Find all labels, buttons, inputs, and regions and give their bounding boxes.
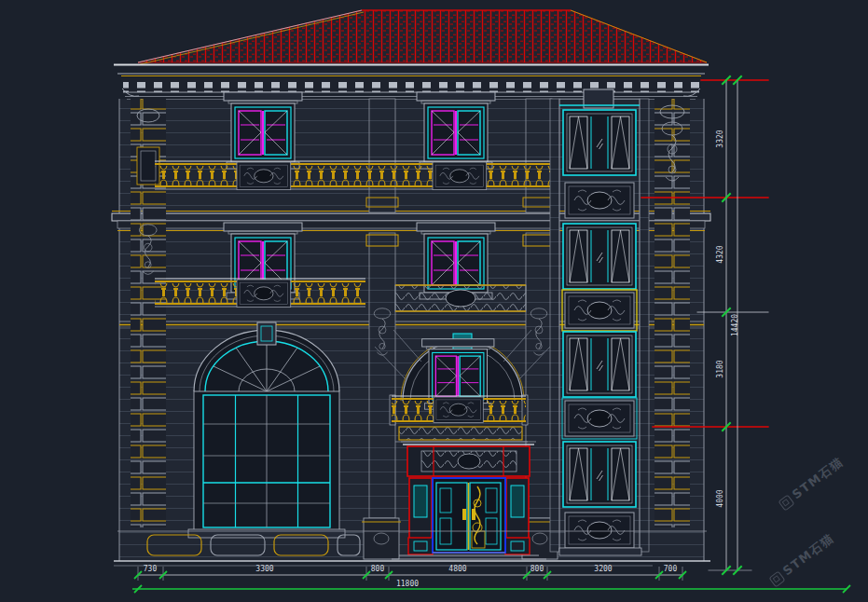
door-handle [472,509,475,520]
arched-window [188,322,345,538]
drawing-canvas[interactable]: 3320 4320 3180 4000 14420 730 3300 800 4… [0,0,868,602]
main-cornice [114,65,709,100]
dim-bottom-seg-7: 700 [664,565,678,573]
roof-tile-hatch [138,10,707,62]
dim-right-seg-2: 4320 [716,245,724,263]
dim-bottom-seg-1: 730 [144,565,158,573]
dim-bottom-seg-3: 800 [371,565,385,573]
balcony-balustrade [390,395,528,442]
window-floor3-left [224,92,302,169]
balustrade-panel [237,162,291,190]
stair-window-4 [563,442,636,507]
dim-bottom-total: 11800 [396,580,419,588]
entry-door [401,442,536,554]
bottom-dimension-chain: 730 3300 800 4800 800 3200 700 11800 [132,565,850,593]
stair-panel-1 [565,183,634,218]
balcony-panel [434,397,483,422]
stair-window-1 [563,110,636,175]
pilaster-pedestal-left [364,518,399,559]
stair-window-2 [563,224,636,289]
door-handle [462,509,466,520]
central-frieze [395,285,526,311]
stair-window-bay [550,89,649,555]
balustrade-panel [433,162,487,190]
dim-bottom-seg-4: 4800 [448,565,466,573]
hip-roof [138,10,707,64]
dim-right-seg-4: 4000 [716,489,724,507]
stair-panel-2 [565,293,634,328]
dim-right-seg-3: 3180 [716,360,724,377]
balcony-frieze [399,427,522,440]
window-floor3-right [417,92,495,169]
stair-window-3 [563,332,636,397]
balustrade-panel [237,280,291,308]
dim-bottom-seg-5: 800 [530,565,544,573]
stair-panel-4 [565,513,634,548]
dim-bottom-seg-6: 3200 [594,565,612,573]
dim-right-total: 14420 [731,314,739,336]
dim-bottom-seg-2: 3300 [255,565,273,573]
dim-right-seg-1: 3320 [716,130,724,147]
right-quoin-pilaster [654,99,690,527]
stair-panel-3 [565,401,634,436]
window-sill [188,529,345,538]
